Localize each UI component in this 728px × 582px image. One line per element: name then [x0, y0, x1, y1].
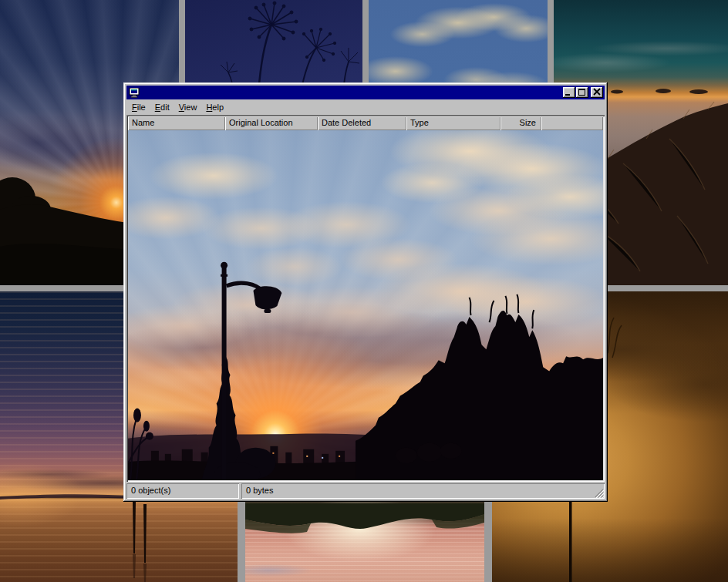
- recycle-bin-window: File Edit View Help Name Original Locati…: [123, 82, 608, 502]
- file-list-view: Name Original Location Date Deleted Type…: [126, 115, 605, 482]
- program-window-icon: [129, 88, 140, 98]
- close-button[interactable]: [591, 87, 603, 98]
- menu-bar: File Edit View Help: [126, 99, 605, 114]
- column-header-filler[interactable]: [541, 116, 603, 130]
- window-titlebar[interactable]: [126, 86, 605, 99]
- column-header-date-deleted[interactable]: Date Deleted: [318, 116, 406, 130]
- maximize-button[interactable]: [576, 87, 588, 98]
- minimize-button[interactable]: [563, 87, 575, 98]
- column-header-original-location[interactable]: Original Location: [225, 116, 318, 130]
- menu-view[interactable]: View: [174, 101, 202, 113]
- desktop-wallpaper-collage: File Edit View Help Name Original Locati…: [0, 0, 728, 582]
- status-object-count: 0 object(s): [126, 483, 239, 499]
- client-area-sunset-photo[interactable]: [128, 130, 603, 480]
- resize-grip-icon[interactable]: [594, 488, 604, 498]
- close-icon: [592, 88, 602, 96]
- column-header-type[interactable]: Type: [406, 116, 501, 130]
- column-header-name[interactable]: Name: [128, 116, 225, 130]
- status-size: 0 bytes: [241, 483, 605, 499]
- menu-edit[interactable]: Edit: [150, 101, 174, 113]
- minimize-icon: [565, 94, 570, 96]
- menu-file[interactable]: File: [127, 101, 150, 113]
- menu-help[interactable]: Help: [201, 101, 228, 113]
- maximize-icon: [578, 89, 585, 96]
- status-bar: 0 object(s) 0 bytes: [126, 483, 605, 499]
- column-header-size[interactable]: Size: [501, 116, 541, 130]
- column-header-row: Name Original Location Date Deleted Type…: [128, 116, 603, 130]
- sunset-foreground-silhouettes: [128, 130, 603, 480]
